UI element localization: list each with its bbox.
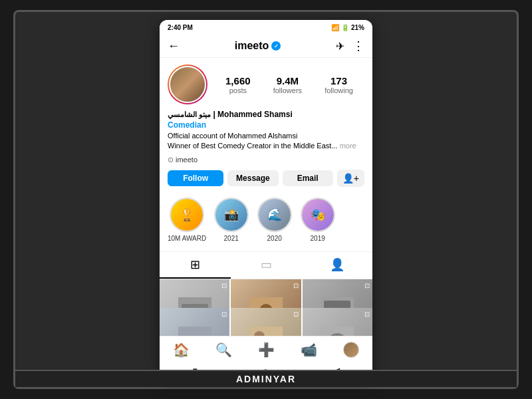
bio-section: ميتو الشامسي | Mohammed Shamsi Comedian … bbox=[168, 110, 364, 152]
bio-name: ميتو الشامسي | Mohammed Shamsi bbox=[168, 110, 364, 119]
grid-badge-5: ⊡ bbox=[364, 311, 370, 318]
add-friend-button[interactable]: 👤+ bbox=[337, 170, 364, 187]
profile-avatar-small bbox=[343, 342, 359, 358]
nav-bar: ← imeeto ✓ ✈ ⋮ bbox=[160, 35, 372, 58]
highlight-circle-1: 📸 bbox=[214, 198, 249, 232]
bio-description: Official account of Mohammed AlshamsiWin… bbox=[168, 131, 364, 152]
highlight-image-1: 📸 bbox=[215, 199, 247, 231]
grid-photo-4 bbox=[231, 308, 301, 336]
avatar-inner bbox=[169, 66, 206, 103]
grid-photo-svg-4 bbox=[249, 327, 283, 336]
bio-link[interactable]: ⊙ imeeto bbox=[168, 156, 364, 164]
avatar-image bbox=[170, 67, 205, 102]
action-buttons: Follow Message Email 👤+ bbox=[168, 170, 364, 187]
reels-icon: 📹 bbox=[301, 342, 317, 358]
stats-row: 1,660 posts 9.4M followers 173 following bbox=[214, 75, 364, 94]
bio-more[interactable]: more bbox=[340, 142, 356, 150]
grid-badge-1: ⊡ bbox=[293, 282, 299, 289]
tab-tagged[interactable]: 👤 bbox=[301, 252, 372, 279]
highlight-label-0: 10M AWARD bbox=[168, 235, 206, 242]
posts-count: 1,660 bbox=[225, 75, 251, 86]
highlight-circle-3: 🎭 bbox=[301, 198, 335, 232]
nav-home[interactable]: 🏠 bbox=[168, 340, 195, 359]
highlight-image-2: 🌊 bbox=[259, 199, 291, 231]
message-button[interactable]: Message bbox=[227, 170, 278, 186]
following-label: following bbox=[325, 86, 353, 94]
photo-grid: ⊡ ⊡ ⊡ bbox=[160, 279, 372, 336]
english-name: | Mohammed Shamsi bbox=[213, 110, 292, 119]
add-icon: ➕ bbox=[258, 342, 275, 358]
tabs-row: ⊞ ▭ 👤 bbox=[160, 251, 372, 279]
nav-profile[interactable] bbox=[338, 340, 364, 359]
grid-item-4[interactable]: ⊡ bbox=[231, 308, 301, 336]
battery-percent: 21% bbox=[351, 24, 364, 31]
link-icon: ⊙ bbox=[168, 156, 174, 164]
status-right-icons: 📶 🔋 21% bbox=[331, 24, 364, 31]
send-icon[interactable]: ✈ bbox=[336, 40, 344, 53]
search-icon: 🔍 bbox=[215, 342, 232, 358]
grid-photo-svg-5 bbox=[321, 327, 354, 336]
highlight-item-0[interactable]: 🏆 10M AWARD bbox=[168, 198, 206, 242]
grid-photo-5 bbox=[303, 308, 372, 336]
nav-search[interactable]: 🔍 bbox=[210, 340, 237, 359]
avatar bbox=[168, 65, 207, 104]
add-friend-icon: 👤+ bbox=[342, 173, 359, 184]
svg-rect-9 bbox=[178, 327, 211, 336]
grid-item-3[interactable]: ⊡ bbox=[160, 308, 229, 336]
link-text: imeeto bbox=[176, 156, 198, 164]
following-count: 173 bbox=[325, 75, 353, 86]
menu-icon[interactable]: ⋮ bbox=[352, 39, 364, 53]
following-stat: 173 following bbox=[325, 75, 353, 94]
nav-icons: ✈ ⋮ bbox=[336, 39, 364, 53]
profile-section: 1,660 posts 9.4M followers 173 following bbox=[160, 58, 372, 251]
tab-grid[interactable]: ⊞ bbox=[160, 252, 231, 279]
highlight-item-1[interactable]: 📸 2021 bbox=[213, 198, 249, 242]
highlight-label-2: 2020 bbox=[267, 235, 282, 242]
grid-badge-0: ⊡ bbox=[221, 282, 227, 289]
signal-icon: 📶 bbox=[331, 24, 339, 31]
highlight-item-3[interactable]: 🎭 2019 bbox=[299, 198, 336, 242]
followers-label: followers bbox=[273, 86, 302, 94]
grid-badge-3: ⊡ bbox=[221, 311, 227, 318]
username-label: imeeto bbox=[235, 40, 269, 52]
grid-badge-4: ⊡ bbox=[293, 311, 299, 318]
reels-tab-icon: ▭ bbox=[261, 257, 272, 272]
email-button[interactable]: Email bbox=[283, 170, 333, 186]
status-time: 2:40 PM bbox=[168, 24, 193, 31]
followers-stat: 9.4M followers bbox=[273, 75, 302, 94]
back-button[interactable]: ← bbox=[168, 39, 180, 53]
outer-frame: 2:40 PM 📶 🔋 21% ← imeeto ✓ ✈ ⋮ bbox=[13, 10, 519, 389]
tab-reels[interactable]: ▭ bbox=[231, 252, 302, 279]
verified-badge: ✓ bbox=[271, 41, 281, 51]
arabic-name: ميتو الشامسي bbox=[168, 110, 211, 118]
highlight-item-2[interactable]: 🌊 2020 bbox=[256, 198, 293, 242]
home-icon: 🏠 bbox=[173, 342, 190, 358]
profile-title: imeeto ✓ bbox=[235, 40, 281, 52]
grid-item-5[interactable]: ⊡ bbox=[303, 308, 372, 336]
highlight-label-3: 2019 bbox=[311, 235, 325, 242]
bio-text: Official account of Mohammed AlshamsiWin… bbox=[168, 132, 338, 150]
grid-photo-svg-3 bbox=[178, 327, 211, 336]
svg-rect-10 bbox=[249, 327, 283, 336]
bottom-label: ADMINYAR bbox=[15, 370, 517, 387]
grid-photo-3 bbox=[160, 308, 229, 336]
followers-count: 9.4M bbox=[273, 75, 302, 86]
posts-label: posts bbox=[225, 86, 251, 94]
highlight-circle-0: 🏆 bbox=[170, 198, 204, 232]
highlight-label-1: 2021 bbox=[224, 235, 239, 242]
bio-role: Comedian bbox=[168, 120, 364, 130]
tagged-tab-icon: 👤 bbox=[330, 257, 344, 272]
follow-button[interactable]: Follow bbox=[168, 170, 223, 186]
profile-header: 1,660 posts 9.4M followers 173 following bbox=[168, 65, 364, 104]
nav-add[interactable]: ➕ bbox=[253, 340, 280, 359]
nav-reels[interactable]: 📹 bbox=[295, 340, 323, 359]
grid-tab-icon: ⊞ bbox=[190, 257, 200, 272]
highlight-image-3: 🎭 bbox=[302, 199, 334, 231]
grid-badge-2: ⊡ bbox=[364, 282, 370, 289]
verified-icon: ✓ bbox=[274, 43, 279, 49]
highlights-row: 🏆 10M AWARD 📸 2021 🌊 2020 bbox=[168, 192, 364, 245]
status-bar: 2:40 PM 📶 🔋 21% bbox=[160, 20, 372, 35]
posts-stat: 1,660 posts bbox=[225, 75, 251, 94]
highlight-circle-2: 🌊 bbox=[257, 198, 292, 232]
phone-frame: 2:40 PM 📶 🔋 21% ← imeeto ✓ ✈ ⋮ bbox=[160, 20, 372, 379]
